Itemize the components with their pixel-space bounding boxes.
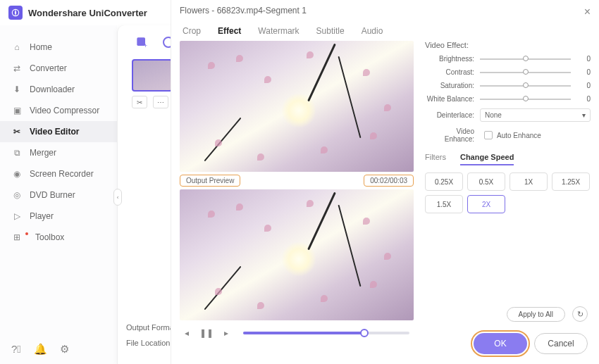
subtab-change-speed[interactable]: Change Speed [460,153,514,165]
sidebar-item-dvd-burner[interactable]: ◎DVD Burner [0,184,117,206]
contrast-value: 0 [576,68,591,76]
sidebar-item-label: Home [30,42,52,52]
original-preview [180,41,414,172]
contrast-label: Contrast: [425,68,474,76]
download-icon: ⬇ [11,84,23,95]
timeline-slider[interactable] [243,332,409,334]
output-preview [180,189,414,320]
saturation-row: Saturation: 0 [425,82,591,89]
svg-text:+: + [144,42,147,49]
sidebar-item-player[interactable]: ▷Player [0,206,117,227]
sidebar-item-label: DVD Burner [30,190,75,200]
white-balance-row: White Balance: 0 [425,95,591,103]
add-file-icon[interactable]: + [135,35,149,49]
tab-effect[interactable]: Effect [218,26,241,36]
sidebar-item-video-editor[interactable]: ✂Video Editor [0,121,117,142]
video-enhance-row: Video Enhance: Auto Enhance [425,127,591,143]
speed-0-25x[interactable]: 0.25X [425,172,463,191]
status-bar-icons: ?⃝ 🔔 ⚙ [11,343,69,356]
white-balance-label: White Balance: [425,95,474,103]
sidebar-item-toolbox[interactable]: ⊞Toolbox [0,227,117,248]
home-icon: ⌂ [11,42,23,53]
app-logo [8,6,23,20]
tab-watermark[interactable]: Watermark [258,26,299,36]
close-icon[interactable]: × [584,6,591,18]
cancel-button[interactable]: Cancel [534,333,588,354]
sidebar-item-downloader[interactable]: ⬇Downloader [0,79,117,100]
sidebar-item-label: Video Compressor [30,106,99,115]
speed-1-25x[interactable]: 1.25X [552,172,590,191]
scissors-icon: ✂ [11,126,23,137]
pause-button[interactable]: ❚❚ [199,326,214,340]
notification-dot [25,232,28,235]
tab-crop[interactable]: Crop [183,26,201,36]
enhance-label: Video Enhance: [425,127,474,143]
toolbox-icon: ⊞ [11,232,23,243]
sidebar-item-label: Video Editor [30,127,79,137]
next-frame-button[interactable]: ▸ [219,326,233,340]
converter-icon: ⇄ [11,63,23,74]
record-icon: ◉ [11,168,23,180]
tab-subtitle[interactable]: Subtitle [316,26,345,36]
auto-enhance-label: Auto Enhance [497,132,541,139]
effect-editor-panel: Flowers - 66823v.mp4-Segment 1 × Crop Ef… [171,0,599,364]
editor-title: Flowers - 66823v.mp4-Segment 1 [171,0,599,21]
deinterlace-select[interactable]: None ▾ [480,108,591,122]
notifications-icon[interactable]: 🔔 [34,343,47,356]
brightness-value: 0 [576,55,591,63]
sidebar-item-label: Downloader [30,84,75,94]
apply-to-all-button[interactable]: Apply to All [507,307,565,322]
subtab-filters[interactable]: Filters [425,153,446,165]
clip-thumbnail[interactable] [132,59,173,92]
speed-0-5x[interactable]: 0.5X [467,172,505,191]
sidebar-item-converter[interactable]: ⇄Converter [0,58,117,79]
effect-subtabs: Filters Change Speed [425,153,591,165]
speed-1-5x[interactable]: 1.5X [425,195,463,213]
playback-controls: ◂ ❚❚ ▸ [180,326,414,340]
white-balance-slider[interactable] [480,99,571,100]
deinterlace-row: Deinterlace: None ▾ [425,108,591,122]
sidebar-item-label: Screen Recorder [30,169,94,179]
brightness-slider[interactable] [480,58,571,60]
help-icon[interactable]: ?⃝ [11,343,21,356]
saturation-slider[interactable] [480,85,571,87]
prev-frame-button[interactable]: ◂ [180,326,194,340]
brightness-label: Brightness: [425,55,474,63]
merge-icon: ⧉ [11,147,23,158]
deinterlace-label: Deinterlace: [425,111,474,119]
speed-grid: 0.25X 0.5X 1X 1.25X 1.5X 2X [425,172,591,213]
speed-1x[interactable]: 1X [510,172,548,191]
sidebar-item-home[interactable]: ⌂Home [0,37,117,58]
saturation-label: Saturation: [425,82,474,89]
settings-icon[interactable]: ⚙ [60,343,69,356]
edit-tool[interactable]: ⋯ [153,96,168,108]
sidebar-item-label: Merger [30,148,56,158]
app-title: Wondershare UniConverter [28,8,147,18]
collapse-sidebar-button[interactable]: ‹ [113,189,122,206]
cut-tool[interactable]: ✂ [132,96,147,108]
reset-button[interactable]: ↻ [572,306,588,322]
sidebar-item-label: Converter [30,63,67,73]
saturation-value: 0 [576,82,591,89]
deinterlace-value: None [485,111,502,119]
auto-enhance-checkbox[interactable] [484,131,493,139]
disc-icon: ◎ [11,189,23,201]
sidebar-item-compressor[interactable]: ▣Video Compressor [0,100,117,121]
output-preview-label: Output Preview [180,175,240,187]
compress-icon: ▣ [11,105,23,116]
clip-thumbnail-row: ✂ ⋯ [132,59,173,108]
sidebar-item-merger[interactable]: ⧉Merger [0,142,117,163]
contrast-slider[interactable] [480,72,571,73]
sidebar-item-label: Toolbox [35,232,64,242]
contrast-row: Contrast: 0 [425,68,591,76]
sidebar-item-screen-recorder[interactable]: ◉Screen Recorder [0,163,117,184]
sidebar-item-label: Player [30,211,54,221]
sidebar: ⌂Home ⇄Converter ⬇Downloader ▣Video Comp… [0,25,117,364]
speed-2x[interactable]: 2X [467,195,505,213]
time-display: 00:02/00:03 [364,175,414,187]
video-effect-title: Video Effect: [425,41,591,49]
tab-audio[interactable]: Audio [362,26,383,36]
editor-tabs: Crop Effect Watermark Subtitle Audio [171,21,599,41]
ok-button[interactable]: OK [474,333,527,354]
chevron-down-icon: ▾ [582,111,586,119]
